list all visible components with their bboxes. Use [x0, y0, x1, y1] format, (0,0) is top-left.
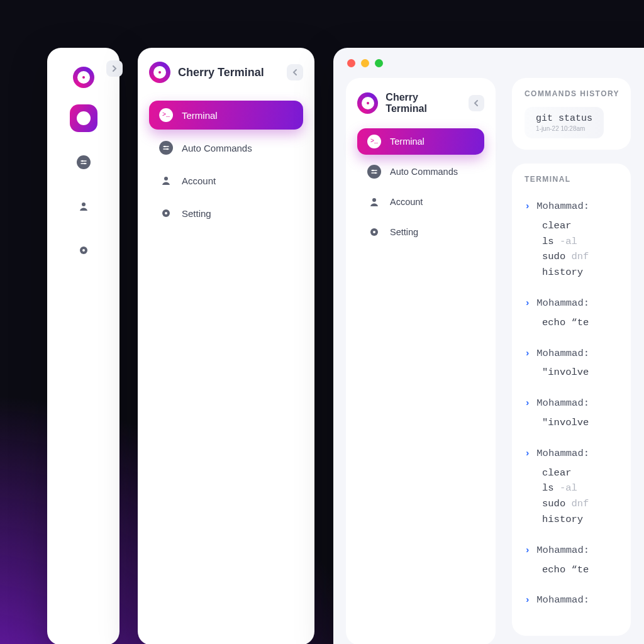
- svg-point-7: [164, 146, 166, 148]
- sidebar-item-auto-commands[interactable]: Auto Commands: [149, 133, 303, 162]
- terminal-user: Mohammad:: [536, 296, 589, 311]
- sidebar-item-auto-commands[interactable]: Auto Commands: [357, 158, 484, 185]
- gear-icon: [160, 208, 172, 219]
- prompt-chevron-icon: ›: [525, 446, 530, 462]
- svg-point-3: [82, 203, 86, 206]
- prompt-chevron-icon: ›: [525, 346, 530, 362]
- svg-point-17: [373, 231, 375, 233]
- history-chip[interactable]: git status 1-jun-22 10:28am: [525, 107, 604, 138]
- terminal-icon: >_: [159, 108, 173, 122]
- svg-point-6: [158, 71, 161, 74]
- prompt-chevron-icon: ›: [525, 592, 530, 608]
- cherry-icon: [156, 69, 164, 76]
- terminal-lines: clear ls -al sudo dnf history: [525, 465, 619, 528]
- app-window: Cherry Terminal >_ Terminal Auto Command…: [333, 48, 644, 644]
- sidebar-item-label: Auto Commands: [390, 167, 458, 177]
- terminal-lines: echo “te: [525, 562, 619, 578]
- collapse-sidebar-button[interactable]: [287, 64, 303, 80]
- app-logo: [73, 67, 94, 88]
- user-icon: [78, 201, 89, 212]
- cherry-icon: [80, 74, 87, 81]
- minimize-window-icon[interactable]: [361, 59, 369, 67]
- sliders-icon: [367, 165, 381, 179]
- user-icon: [369, 196, 380, 208]
- terminal-user: Mohammad:: [536, 543, 589, 558]
- app-title: Cherry Terminal: [178, 66, 264, 79]
- svg-point-2: [84, 163, 86, 165]
- terminal-user: Mohammad:: [536, 592, 589, 608]
- close-window-icon[interactable]: [347, 59, 355, 67]
- sliders-icon: [159, 141, 173, 155]
- sidebar-item-label: Setting: [390, 227, 418, 237]
- rail-item-setting[interactable]: [70, 236, 97, 264]
- svg-point-11: [165, 212, 167, 214]
- sidebar-item-label: Setting: [182, 208, 211, 219]
- svg-point-1: [81, 160, 83, 162]
- chevron-left-icon: [292, 69, 298, 75]
- terminal-user: Mohammad:: [536, 346, 589, 362]
- history-time: 1-jun-22 10:28am: [536, 125, 592, 132]
- app-title: Cherry Terminal: [386, 92, 460, 114]
- svg-point-5: [82, 249, 85, 252]
- sidebar-item-terminal[interactable]: >_ Terminal: [149, 101, 303, 130]
- terminal-output[interactable]: ›Mohammad:clear ls -al sudo dnf history›…: [525, 192, 619, 621]
- sidebar-item-account[interactable]: Account: [149, 166, 303, 195]
- sidebar-item-setting[interactable]: Setting: [357, 219, 484, 245]
- chevron-left-icon: [473, 100, 479, 106]
- terminal-lines: echo “te: [525, 315, 619, 331]
- rail-item-terminal[interactable]: >_: [70, 104, 97, 132]
- sidebar-item-account[interactable]: Account: [357, 189, 484, 215]
- prompt-chevron-icon: ›: [525, 296, 530, 311]
- sidebar-item-label: Auto Commands: [182, 143, 252, 153]
- cherry-icon: [364, 99, 372, 107]
- rail-item-auto-commands[interactable]: [70, 148, 97, 176]
- sidebar-item-label: Terminal: [390, 136, 425, 147]
- app-logo: [149, 62, 170, 83]
- user-icon: [160, 175, 172, 186]
- section-title: TERMINAL: [525, 175, 619, 184]
- terminal-user: Mohammad:: [536, 199, 589, 214]
- terminal-user: Mohammad:: [536, 446, 589, 462]
- chevron-right-icon: [111, 65, 118, 72]
- sidebar-item-label: Terminal: [182, 110, 218, 121]
- svg-point-9: [164, 177, 168, 180]
- terminal-lines: clear ls -al sudo dnf history: [525, 218, 619, 280]
- window-controls[interactable]: [347, 59, 383, 67]
- svg-point-13: [372, 170, 374, 172]
- app-sidebar: Cherry Terminal >_ Terminal Auto Command…: [346, 78, 496, 644]
- svg-point-12: [367, 102, 369, 104]
- commands-history-card: COMMANDS HISTORY git status 1-jun-22 10:…: [512, 78, 631, 150]
- sidebar-item-label: Account: [182, 175, 216, 186]
- svg-point-14: [375, 172, 377, 174]
- terminal-card: TERMINAL ›Mohammad:clear ls -al sudo dnf…: [512, 164, 631, 636]
- terminal-icon: >_: [367, 135, 381, 148]
- maximize-window-icon[interactable]: [375, 59, 383, 67]
- prompt-chevron-icon: ›: [525, 199, 530, 214]
- sidebar-expanded: Cherry Terminal >_ Terminal Auto Command…: [138, 48, 314, 644]
- app-logo: [357, 92, 378, 114]
- terminal-user: Mohammad:: [536, 396, 589, 411]
- sidebar-item-terminal[interactable]: >_ Terminal: [357, 128, 484, 155]
- svg-point-8: [167, 148, 169, 150]
- gear-icon: [369, 226, 380, 238]
- svg-point-0: [82, 76, 85, 79]
- sidebar-item-setting[interactable]: Setting: [149, 199, 303, 228]
- terminal-lines: "involve: [525, 415, 619, 431]
- collapse-sidebar-button[interactable]: [469, 95, 485, 111]
- prompt-chevron-icon: ›: [525, 543, 530, 558]
- sliders-icon: [77, 155, 91, 169]
- prompt-chevron-icon: ›: [525, 396, 530, 411]
- history-command: git status: [536, 113, 592, 124]
- gear-icon: [78, 245, 89, 256]
- sidebar-collapsed: >_: [47, 48, 119, 644]
- section-title: COMMANDS HISTORY: [525, 89, 619, 98]
- rail-item-account[interactable]: [70, 192, 97, 220]
- sidebar-item-label: Account: [390, 197, 423, 207]
- svg-point-15: [372, 198, 376, 202]
- expand-sidebar-button[interactable]: [106, 60, 123, 77]
- terminal-icon: >_: [77, 111, 91, 125]
- terminal-lines: "involve: [525, 365, 619, 380]
